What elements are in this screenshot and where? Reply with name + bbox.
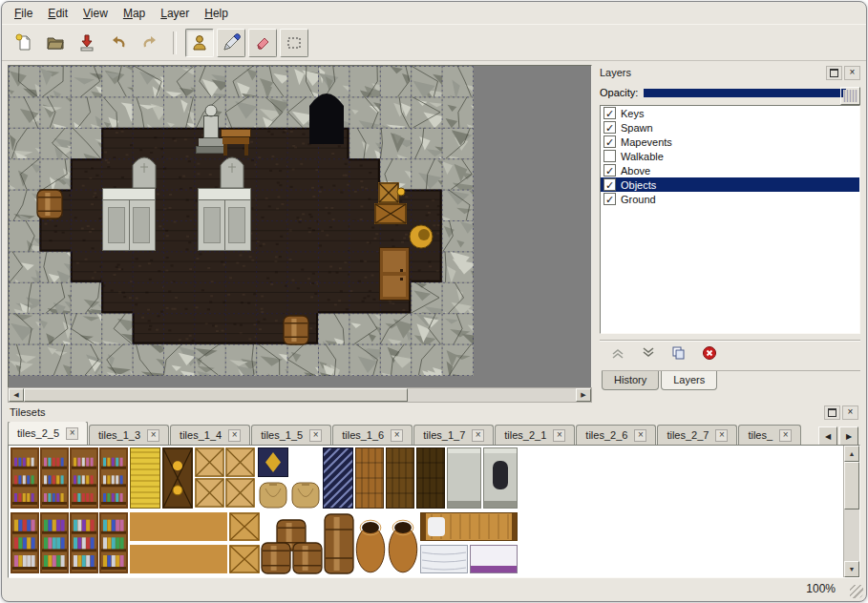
menu-item-help[interactable]: Help: [197, 4, 236, 23]
tileset-tab-tiles_2_1[interactable]: tiles_2_1×: [495, 425, 575, 445]
layer-label: Keys: [621, 108, 644, 119]
tab-close-icon[interactable]: ×: [553, 429, 565, 442]
float-icon: [830, 69, 838, 77]
tab-label: tiles_2_6: [585, 429, 627, 441]
tab-close-icon[interactable]: ×: [228, 429, 241, 442]
menu-item-layer[interactable]: Layer: [153, 4, 197, 23]
menu-item-view[interactable]: View: [75, 4, 116, 23]
scrollbar-thumb[interactable]: [24, 388, 408, 402]
layer-item-spawn[interactable]: ✓Spawn: [601, 120, 859, 135]
layer-label: Ground: [621, 194, 656, 205]
tab-close-icon[interactable]: ×: [634, 429, 646, 442]
map-horizontal-scrollbar[interactable]: ◀ ▶: [8, 387, 592, 403]
new-map-button[interactable]: [10, 29, 38, 57]
open-button[interactable]: [41, 29, 70, 57]
scroll-left-button[interactable]: ◀: [9, 388, 24, 402]
float-icon: [828, 408, 836, 417]
map-viewport: [8, 65, 592, 388]
tab-close-icon[interactable]: ×: [309, 429, 322, 442]
tab-label: tiles_1_4: [180, 429, 222, 441]
tab-close-icon[interactable]: ×: [779, 429, 792, 442]
tab-close-icon[interactable]: ×: [715, 429, 728, 442]
layer-visibility-checkbox[interactable]: [603, 150, 616, 162]
float-tilesets-button[interactable]: [824, 405, 840, 420]
chevron-up-icon: [609, 345, 626, 363]
layer-item-walkable[interactable]: Walkable: [601, 149, 859, 163]
tab-label: tiles_: [748, 429, 773, 441]
resize-grip[interactable]: [850, 585, 863, 598]
scrollbar-thumb[interactable]: [844, 462, 859, 509]
menu-item-map[interactable]: Map: [116, 4, 153, 23]
layer-item-above[interactable]: ✓Above: [601, 163, 859, 177]
duplicate-layer-button[interactable]: [668, 344, 689, 364]
tab-label: tiles_2_7: [667, 429, 709, 441]
tileset-tab-tiles_1_6[interactable]: tiles_1_6×: [332, 425, 413, 445]
toolbar: [2, 24, 866, 61]
undo-button[interactable]: [104, 29, 133, 57]
tileset-tab-tiles_1_7[interactable]: tiles_1_7×: [413, 425, 494, 445]
layer-item-keys[interactable]: ✓Keys: [601, 106, 859, 120]
tileset-tab-tiles_2_7[interactable]: tiles_2_7×: [657, 425, 737, 445]
tileset-tab-bar: tiles_2_5×tiles_1_3×tiles_1_4×tiles_1_5×…: [8, 422, 816, 445]
save-button[interactable]: [73, 29, 101, 57]
menu-item-file[interactable]: File: [7, 4, 40, 23]
eraser-tool-button[interactable]: [248, 29, 277, 57]
tileset-tab-tiles_2_5[interactable]: tiles_2_5×: [8, 422, 88, 445]
stamp-tool-button[interactable]: [185, 29, 214, 57]
layers-list: ✓Keys✓Spawn✓MapeventsWalkable✓Above✓Obje…: [600, 105, 860, 334]
panel-tab-layers[interactable]: Layers: [661, 371, 717, 390]
tab-close-icon[interactable]: ×: [147, 429, 159, 442]
scroll-up-button[interactable]: ▲: [844, 446, 859, 462]
tileset-vertical-scrollbar[interactable]: ▲ ▼: [843, 446, 859, 577]
select-tool-button[interactable]: [280, 29, 308, 57]
layer-visibility-checkbox[interactable]: ✓: [603, 193, 616, 205]
tab-label: tiles_1_6: [342, 429, 384, 441]
tab-label: tiles_1_3: [98, 429, 140, 441]
layer-visibility-checkbox[interactable]: ✓: [603, 178, 616, 191]
layer-item-ground[interactable]: ✓Ground: [601, 192, 859, 206]
menu-item-edit[interactable]: Edit: [40, 4, 75, 23]
layer-visibility-checkbox[interactable]: ✓: [603, 107, 616, 119]
tabs-scroll-left-button[interactable]: ◀: [818, 426, 837, 446]
move-layer-down-button[interactable]: [638, 344, 659, 364]
scrollbar-track[interactable]: [844, 462, 859, 561]
layer-item-mapevents[interactable]: ✓Mapevents: [601, 135, 859, 149]
tileset-tab-tiles_2_6[interactable]: tiles_2_6×: [576, 425, 656, 445]
map-canvas[interactable]: [9, 66, 589, 385]
close-icon: ×: [850, 68, 856, 77]
scrollbar-track[interactable]: [24, 388, 576, 402]
scroll-right-button[interactable]: ▶: [576, 388, 591, 402]
tab-close-icon[interactable]: ×: [391, 429, 403, 442]
fill-tool-button[interactable]: [217, 29, 245, 57]
tab-label: tiles_1_5: [261, 429, 303, 441]
move-layer-up-button[interactable]: [607, 344, 628, 364]
close-icon: ×: [848, 407, 854, 417]
save-icon: [77, 33, 96, 52]
scroll-down-button[interactable]: ▼: [844, 561, 859, 577]
eraser-icon: [253, 33, 272, 52]
layer-visibility-checkbox[interactable]: ✓: [603, 135, 616, 148]
tab-close-icon[interactable]: ×: [472, 429, 484, 442]
opacity-slider-handle[interactable]: [840, 87, 860, 105]
close-tilesets-button[interactable]: ×: [842, 405, 858, 420]
tileset-tab-tiles_1_5[interactable]: tiles_1_5×: [251, 425, 331, 445]
tabs-scroll-right-button[interactable]: ▶: [839, 426, 858, 446]
tab-close-icon[interactable]: ×: [66, 427, 78, 440]
tileset-canvas[interactable]: [9, 446, 843, 575]
tileset-tab-tiles_1_4[interactable]: tiles_1_4×: [170, 425, 250, 445]
layer-label: Walkable: [621, 151, 664, 162]
float-panel-button[interactable]: [826, 66, 842, 80]
tileset-tab-tiles_[interactable]: tiles_×: [738, 425, 801, 445]
panel-tab-history[interactable]: History: [602, 371, 659, 390]
opacity-slider[interactable]: [644, 87, 860, 99]
layer-visibility-checkbox[interactable]: ✓: [603, 164, 616, 177]
close-panel-button[interactable]: ×: [844, 66, 860, 80]
layer-item-objects[interactable]: ✓Objects: [601, 177, 859, 192]
layer-visibility-checkbox[interactable]: ✓: [603, 121, 616, 134]
tileset-tab-tiles_1_3[interactable]: tiles_1_3×: [89, 425, 169, 445]
layer-label: Above: [621, 165, 650, 177]
new-file-icon: [14, 33, 33, 52]
delete-layer-button[interactable]: [699, 344, 720, 364]
opacity-slider-fill: [644, 89, 846, 97]
redo-button[interactable]: [136, 29, 164, 57]
